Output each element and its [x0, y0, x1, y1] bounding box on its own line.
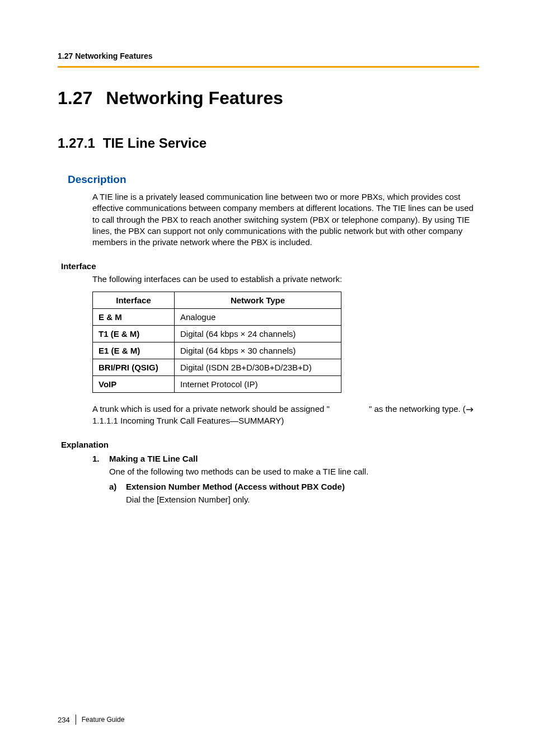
table-row: E1 (E & M) Digital (64 kbps × 30 channel… [93, 342, 341, 359]
list-marker: 1. [92, 453, 109, 464]
cell-iface: BRI/PRI (QSIG) [93, 359, 175, 376]
sub-list: a) Extension Number Method (Access witho… [109, 481, 479, 492]
table-row: E & M Analogue [93, 309, 341, 326]
sub-list-marker: a) [109, 481, 126, 492]
section-number-1: 1.27 [58, 88, 92, 108]
sub-list-item: a) Extension Number Method (Access witho… [109, 481, 479, 492]
cell-type: Digital (64 kbps × 24 channels) [175, 326, 341, 342]
page-footer: 234 Feature Guide [58, 715, 124, 725]
th-interface: Interface [93, 292, 175, 309]
vertical-divider-icon [76, 715, 76, 725]
sub-list-body: Dial the [Extension Number] only. [126, 494, 479, 505]
after-table-paragraph: A trunk which is used for a private netw… [92, 403, 479, 426]
document-name: Feature Guide [82, 716, 125, 724]
interface-intro: The following interfaces can be used to … [92, 274, 479, 284]
interface-heading: Interface [61, 261, 479, 271]
arrow-right-icon [466, 407, 475, 412]
header-rule [58, 66, 479, 68]
after-table-suffix: " as the networking type. ( [369, 404, 466, 414]
th-network-type: Network Type [175, 292, 341, 309]
table-row: BRI/PRI (QSIG) Digital (ISDN 2B+D/30B+D/… [93, 359, 341, 376]
cell-iface: E & M [93, 309, 175, 326]
running-header: 1.27 Networking Features [58, 51, 479, 60]
cell-iface: VoIP [93, 376, 175, 393]
list-item-body: One of the following two methods can be … [109, 466, 479, 477]
section-title-1: Networking Features [106, 88, 283, 108]
description-body: A TIE line is a privately leased communi… [92, 191, 479, 248]
cell-type: Digital (ISDN 2B+D/30B+D/23B+D) [175, 359, 341, 376]
cell-type: Digital (64 kbps × 30 channels) [175, 342, 341, 359]
section-number-2: 1.27.1 [58, 135, 95, 151]
explanation-heading: Explanation [61, 440, 479, 449]
sub-list-title: Extension Number Method (Access without … [126, 481, 345, 492]
page: 1.27 Networking Features 1.27Networking … [0, 0, 534, 756]
cell-type: Internet Protocol (IP) [175, 376, 341, 393]
cell-iface: E1 (E & M) [93, 342, 175, 359]
after-table-xref: 1.1.1.1 Incoming Trunk Call Features—SUM… [92, 416, 284, 425]
table-row: T1 (E & M) Digital (64 kbps × 24 channel… [93, 326, 341, 342]
after-table-prefix: A trunk which is used for a private netw… [92, 404, 330, 414]
description-heading: Description [68, 173, 479, 186]
table-row: VoIP Internet Protocol (IP) [93, 376, 341, 393]
table-header-row: Interface Network Type [93, 292, 341, 309]
page-number: 234 [58, 716, 70, 724]
section-heading-2: 1.27.1TIE Line Service [58, 135, 479, 151]
interface-table: Interface Network Type E & M Analogue T1… [92, 292, 341, 393]
list-item: 1. Making a TIE Line Call [92, 453, 479, 464]
section-title-2: TIE Line Service [103, 135, 207, 151]
ordered-list: 1. Making a TIE Line Call [92, 453, 479, 464]
list-item-title: Making a TIE Line Call [109, 453, 198, 464]
cell-type: Analogue [175, 309, 341, 326]
cell-iface: T1 (E & M) [93, 326, 175, 342]
section-heading-1: 1.27Networking Features [58, 88, 479, 109]
